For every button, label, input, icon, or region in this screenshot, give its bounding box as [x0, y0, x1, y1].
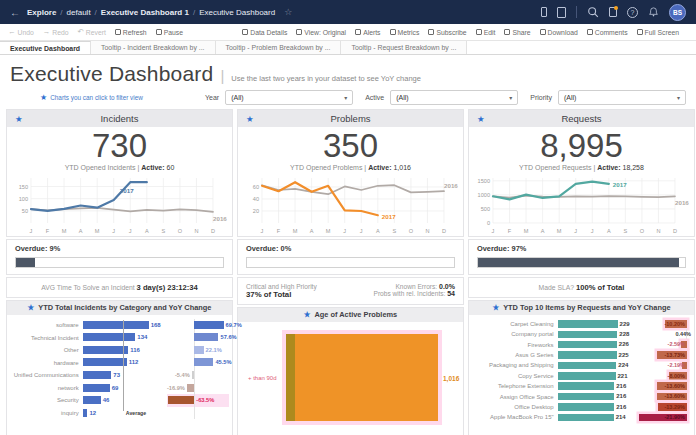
toolbar-share-button[interactable]: Share — [504, 29, 530, 36]
toolbar-refresh-button[interactable]: Refresh — [115, 29, 147, 36]
item-bar-cell[interactable]: 224 — [558, 360, 630, 370]
problems-line-chart[interactable]: 204060JFMAMJJASOND20162017 — [241, 173, 460, 235]
category-yoy-cell[interactable] — [167, 407, 229, 420]
item-bar[interactable] — [558, 320, 618, 328]
item-bar[interactable] — [558, 393, 615, 401]
category-row-security[interactable]: Security46-63.5% — [10, 394, 229, 407]
requests-items-chart[interactable]: Carpet Cleaning229-10.20%Company portal2… — [469, 315, 694, 425]
phone-preview-icon[interactable] — [541, 7, 547, 17]
item-bar[interactable] — [558, 403, 615, 411]
toolbar-download-button[interactable]: Download — [540, 29, 578, 36]
category-bar[interactable] — [83, 346, 129, 354]
category-row-technical-incident[interactable]: Technical Incident13457.6% — [10, 331, 229, 344]
yoy-bar[interactable] — [194, 333, 218, 341]
toolbar-edit-button[interactable]: Edit — [476, 29, 496, 36]
item-yoy-cell[interactable]: -2.19% — [631, 360, 691, 370]
age-bar[interactable] — [286, 334, 438, 421]
filter-year-select[interactable]: (All)▾ — [225, 90, 353, 105]
category-bar[interactable] — [83, 321, 149, 329]
category-row-network[interactable]: network69-16.9% — [10, 382, 229, 395]
breadcrumb-item-executive-dashboard[interactable]: Executive Dashboard — [199, 8, 275, 17]
toolbar-undo-button[interactable]: ←Undo — [8, 28, 34, 36]
toolbar-pause-button[interactable]: Pause — [156, 29, 183, 36]
item-row-asus-g-series[interactable]: Asus G Series225-13.73% — [472, 350, 691, 360]
item-bar[interactable] — [558, 331, 618, 339]
item-bar-cell[interactable]: 225 — [558, 350, 630, 360]
item-bar[interactable] — [558, 362, 617, 370]
category-row-other[interactable]: Other11622.1% — [10, 344, 229, 357]
back-arrow-icon[interactable]: ← — [10, 7, 20, 18]
incidents-category-chart[interactable]: software16869.7%Technical Incident13457.… — [7, 315, 232, 422]
item-yoy-cell[interactable]: -2.59% — [631, 339, 691, 349]
item-row-packaging-and-shipping[interactable]: Packaging and Shipping224-2.19% — [472, 360, 691, 370]
item-bar-cell[interactable]: 229 — [558, 319, 630, 329]
item-row-company-portal[interactable]: Company portal2280.44% — [472, 329, 691, 339]
category-bar[interactable] — [83, 358, 127, 366]
tab-tooltip-problem-breakdown-by[interactable]: Tooltip - Problem Breakdown by ... — [216, 41, 342, 54]
requests-line-chart[interactable]: 050010001500JFMAMJJASOND20162017 — [472, 173, 691, 235]
category-yoy-cell[interactable]: -63.5% — [167, 394, 229, 407]
item-row-apple-macbook-pro-15[interactable]: Apple MacBook Pro 15"214-21.90% — [472, 412, 691, 422]
category-bar[interactable] — [83, 409, 88, 417]
category-bar[interactable] — [83, 371, 112, 379]
item-yoy-cell[interactable]: -13.73% — [631, 350, 691, 360]
yoy-bar[interactable] — [194, 358, 213, 366]
tablet-preview-icon[interactable] — [557, 7, 566, 18]
user-avatar[interactable]: BS — [669, 4, 686, 21]
category-row-unified-communications[interactable]: Unified Communications73-5.4% — [10, 369, 229, 382]
category-yoy-cell[interactable]: 45.5% — [167, 356, 229, 369]
category-bar[interactable] — [83, 396, 101, 404]
age-of-problems-chart[interactable]: + than 90d 1,016 — [238, 322, 463, 435]
item-bar[interactable] — [558, 414, 614, 422]
item-bar-cell[interactable]: 214 — [558, 412, 630, 422]
item-bar-cell[interactable]: 228 — [558, 329, 630, 339]
toolbar-comments-button[interactable]: Comments — [587, 29, 628, 36]
yoy-bar[interactable] — [187, 384, 194, 392]
tab-executive-dashboard[interactable]: Executive Dashboard — [0, 41, 91, 54]
yoy-bar[interactable] — [194, 346, 203, 354]
category-yoy-cell[interactable]: 57.6% — [167, 331, 229, 344]
item-yoy-cell[interactable]: -8.00% — [631, 371, 691, 381]
item-bar[interactable] — [558, 382, 615, 390]
item-bar-cell[interactable]: 216 — [558, 381, 630, 391]
toolbar-full-screen-button[interactable]: Full Screen — [637, 29, 679, 36]
category-bar[interactable] — [83, 333, 136, 341]
category-row-hardware[interactable]: hardware11245.5% — [10, 356, 229, 369]
item-bar[interactable] — [558, 372, 616, 380]
tab-tooltip-incident-breakdown-by[interactable]: Tooltip - Incident Breakdown by ... — [91, 41, 215, 54]
filter-active-select[interactable]: (All)▾ — [390, 90, 518, 105]
help-icon[interactable]: ? — [627, 7, 638, 18]
filter-priority-select[interactable]: (All)▾ — [558, 90, 686, 105]
item-bar-cell[interactable]: 226 — [558, 339, 630, 349]
toolbar-revert-button[interactable]: ↶Revert — [78, 28, 106, 36]
category-yoy-cell[interactable]: -16.9% — [167, 382, 229, 395]
item-yoy-cell[interactable]: -13.29% — [631, 402, 691, 412]
tab-tooltip-request-breakdown-by[interactable]: Tooltip - Request Breakdown by ... — [341, 41, 467, 54]
toolbar-subscribe-button[interactable]: Subscribe — [428, 29, 466, 36]
category-row-inquiry[interactable]: inquiry12 — [10, 407, 229, 420]
toolbar-metrics-button[interactable]: Metrics — [390, 29, 420, 36]
item-yoy-cell[interactable]: 0.44% — [631, 329, 691, 339]
category-row-software[interactable]: software16869.7% — [10, 319, 229, 332]
toolbar-data-details-button[interactable]: Data Details — [242, 29, 287, 36]
item-yoy-cell[interactable]: -13.60% — [631, 381, 691, 391]
breadcrumb-item-explore[interactable]: Explore — [27, 8, 56, 17]
category-yoy-cell[interactable]: 69.7% — [167, 319, 229, 332]
data-details-icon[interactable] — [609, 7, 617, 17]
item-yoy-cell[interactable]: -13.60% — [631, 391, 691, 401]
item-row-fireworks[interactable]: Fireworks226-2.59% — [472, 339, 691, 349]
item-bar-cell[interactable]: 216 — [558, 402, 630, 412]
requests-overdue-bar[interactable] — [477, 257, 686, 268]
item-bar[interactable] — [558, 341, 617, 349]
item-row-carpet-cleaning[interactable]: Carpet Cleaning229-10.20% — [472, 319, 691, 329]
item-bar-cell[interactable]: 221 — [558, 371, 630, 381]
favorite-star-icon[interactable]: ☆ — [284, 7, 292, 17]
item-bar[interactable] — [558, 351, 617, 359]
problems-overdue-bar[interactable] — [246, 257, 455, 268]
incidents-overdue-bar[interactable] — [15, 257, 224, 268]
category-yoy-cell[interactable]: -5.4% — [167, 369, 229, 382]
search-icon[interactable] — [587, 6, 599, 18]
yoy-bar[interactable] — [168, 396, 195, 404]
item-row-telephone-extension[interactable]: Telephone Extension216-13.60% — [472, 381, 691, 391]
item-row-office-desktop[interactable]: Office Desktop216-13.29% — [472, 402, 691, 412]
